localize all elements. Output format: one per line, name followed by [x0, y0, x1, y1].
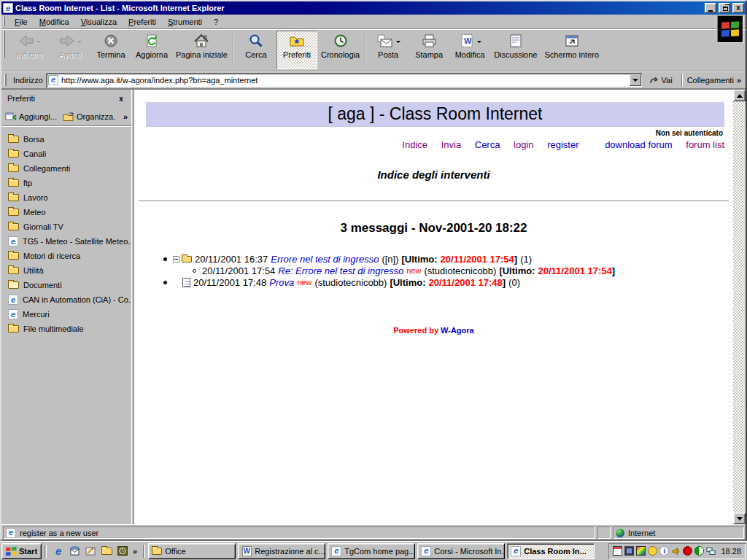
discussion-button[interactable]: Discussione — [490, 31, 541, 69]
favorite-item[interactable]: Giornali TV — [1, 219, 131, 234]
edit-button[interactable]: W Modifica — [449, 31, 490, 69]
ie-icon[interactable]: e — [53, 545, 64, 556]
menu-visualizza[interactable]: Visualizza — [75, 16, 123, 28]
history-button[interactable]: Cronologia — [317, 31, 363, 69]
start-button[interactable]: Start — [1, 543, 42, 559]
menu-file[interactable]: File — [9, 16, 34, 28]
scheduler-icon[interactable] — [613, 546, 622, 556]
favorite-item[interactable]: Collegamenti — [1, 161, 131, 176]
volume-icon[interactable] — [671, 546, 681, 556]
edit-dropdown-icon[interactable] — [477, 41, 481, 43]
search-button[interactable]: Cerca — [236, 31, 276, 69]
favorites-button[interactable]: Preferiti — [276, 31, 317, 69]
word-icon: W — [241, 546, 252, 556]
forward-dropdown-icon[interactable] — [77, 41, 82, 43]
page-document: [ aga ] - Class Room Internet Non sei au… — [134, 90, 733, 524]
antivirus-icon[interactable] — [694, 546, 704, 556]
nav-download-forum-link[interactable]: download forum — [605, 139, 673, 150]
fullscreen-button[interactable]: Schermo intero — [541, 31, 603, 69]
task-class-room-internet[interactable]: e Class Room In... — [507, 543, 595, 559]
network-icon[interactable] — [706, 546, 716, 556]
menu-help[interactable]: ? — [208, 16, 224, 28]
address-dropdown-button[interactable] — [630, 74, 641, 86]
home-button[interactable]: Pagina iniziale — [172, 31, 231, 69]
menu-grip[interactable] — [3, 17, 7, 26]
favorite-item[interactable]: eCAN in Automation (CiA) - Co... — [1, 292, 131, 307]
ie-icon: e — [421, 546, 431, 556]
taskbar-clock[interactable]: 18.28 — [721, 547, 741, 556]
task-corsi[interactable]: e Corsi - Microsoft In... — [417, 543, 505, 559]
address-url[interactable]: http://www.aga.it/w-agora/index.php?bn=a… — [61, 76, 627, 85]
back-button[interactable]: Indietro — [9, 31, 50, 69]
favorite-item[interactable]: eMercuri — [1, 307, 131, 322]
address-input[interactable]: e http://www.aga.it/w-agora/index.php?bn… — [46, 73, 642, 88]
media-player-icon[interactable] — [117, 545, 128, 556]
taskbar: Start e » Office W Registrazione al c...… — [0, 541, 747, 560]
toolbar-separator — [681, 74, 683, 87]
vertical-scrollbar[interactable] — [733, 90, 746, 524]
chevron-more-icon[interactable]: » — [123, 112, 130, 121]
close-button[interactable]: x — [732, 3, 744, 13]
nav-register-link[interactable]: register — [547, 139, 578, 150]
info-icon[interactable]: i — [659, 546, 669, 556]
menu-strumenti[interactable]: Strumenti — [162, 16, 208, 28]
add-favorite-button[interactable]: Aggiungi... — [3, 110, 59, 123]
message-title-link[interactable]: Prova — [269, 277, 294, 288]
menu-preferiti[interactable]: Preferiti — [123, 16, 162, 28]
stop-button[interactable]: Termina — [90, 31, 131, 69]
refresh-button[interactable]: Aggiorna — [131, 31, 172, 69]
folder-icon[interactable] — [101, 545, 112, 556]
nav-cerca-link[interactable]: Cerca — [475, 139, 500, 150]
fullscreen-icon — [564, 34, 580, 50]
favorite-item[interactable]: eTG5 - Meteo - Satellite Meteo... — [1, 234, 131, 249]
back-dropdown-icon[interactable] — [36, 41, 41, 43]
chevron-more-icon[interactable]: » — [737, 76, 741, 85]
forward-button[interactable]: Avanti — [50, 31, 90, 69]
outlook-express-icon[interactable] — [69, 545, 80, 556]
restore-button[interactable] — [719, 3, 730, 13]
favorite-item[interactable]: Borsa — [1, 132, 131, 147]
task-word-document[interactable]: W Registrazione al c... — [238, 543, 325, 559]
favorite-item[interactable]: ftp — [1, 176, 131, 190]
print-button[interactable]: Stampa — [409, 31, 449, 69]
auth-status: Non sei autenticato — [134, 129, 723, 137]
collapse-toggle-icon[interactable] — [173, 256, 179, 262]
display-icon[interactable] — [624, 546, 634, 556]
favorite-item[interactable]: File multimediale — [1, 322, 131, 336]
nav-forum-list-link[interactable]: forum list — [686, 139, 724, 150]
message-row: 20/11/2001 17:54Re: Errore nel test di i… — [134, 265, 733, 276]
address-grip[interactable] — [4, 74, 8, 85]
nav-login-link[interactable]: login — [514, 139, 533, 150]
favorite-item[interactable]: Meteo — [1, 205, 131, 219]
chevron-more-icon[interactable]: » — [133, 547, 137, 556]
favorites-title: Preferiti — [7, 94, 35, 103]
mail-dropdown-icon[interactable] — [396, 41, 400, 43]
message-title-link[interactable]: Re: Errore nel test di ingresso — [278, 265, 403, 276]
favorite-item[interactable]: Motori di ricerca — [1, 249, 131, 263]
title-bar[interactable]: e Class Room Internet - List - Microsoft… — [1, 1, 746, 15]
menu-modifica[interactable]: Modifica — [34, 16, 75, 28]
w-agora-link[interactable]: W-Agora — [441, 326, 474, 335]
show-desktop-icon[interactable] — [85, 545, 96, 556]
minimize-button[interactable] — [705, 3, 716, 13]
favorite-item[interactable]: Lavoro — [1, 190, 131, 205]
message-title-link[interactable]: Errore nel test di ingresso — [271, 254, 379, 265]
go-button[interactable]: Vai — [645, 73, 677, 88]
scroll-up-button[interactable] — [733, 90, 746, 101]
timer-icon[interactable] — [648, 546, 657, 556]
scroll-down-button[interactable] — [733, 513, 746, 524]
links-bar[interactable]: Collegamenti » — [687, 73, 744, 88]
graphics-icon[interactable] — [636, 546, 646, 556]
nav-invia-link[interactable]: Invia — [441, 139, 461, 150]
favorite-item[interactable]: Documenti — [1, 278, 131, 292]
mail-button[interactable]: Posta — [368, 31, 409, 69]
task-tgcom[interactable]: e TgCom home pag... — [328, 543, 415, 559]
favorites-close-button[interactable]: x — [115, 93, 127, 104]
ati-icon[interactable] — [683, 546, 692, 556]
task-office[interactable]: Office — [148, 543, 236, 559]
favorite-item[interactable]: Utilità — [1, 263, 131, 278]
organize-favorites-button[interactable]: Organizza. — [61, 110, 117, 123]
toolbar-grip[interactable] — [3, 31, 7, 58]
favorite-item[interactable]: Canali — [1, 147, 131, 161]
nav-indice-link[interactable]: Indice — [402, 139, 427, 150]
